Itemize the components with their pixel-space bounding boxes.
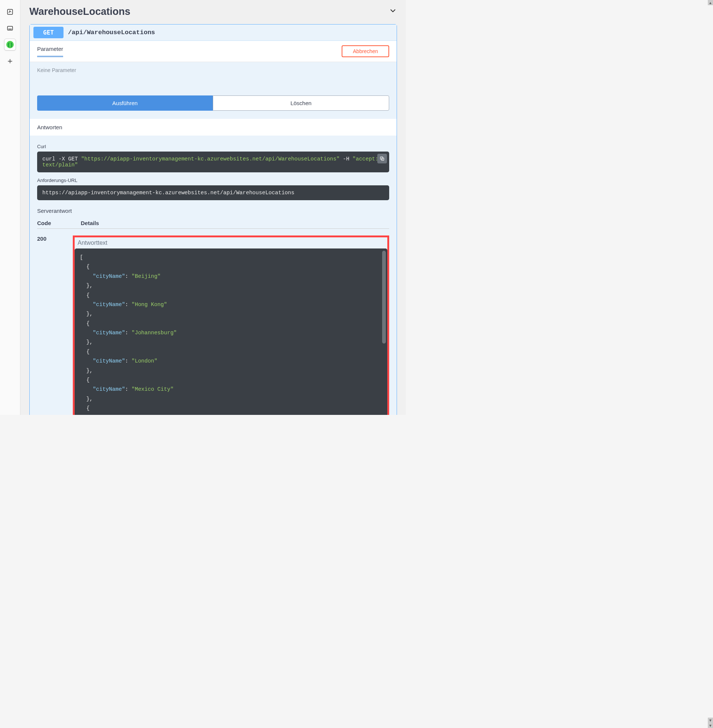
response-code: 200 (37, 236, 52, 242)
execute-button[interactable]: Ausführen (37, 95, 213, 111)
col-code: Code (37, 220, 51, 226)
server-response-label: Serverantwort (37, 207, 389, 214)
json-content: [ { "cityName": "Beijing" }, { "cityName… (80, 253, 382, 415)
parameters-tab[interactable]: Parameter (37, 46, 63, 57)
responses-body: Curl curl -X GET "https://apiapp-invento… (30, 136, 397, 415)
copy-curl-button[interactable] (377, 154, 387, 163)
rail-item-add[interactable]: ＋ (4, 55, 16, 67)
curl-label: Curl (37, 144, 389, 149)
highlighted-response-box: Antworttext [ { "cityName": "Beijing" },… (73, 236, 389, 415)
chevron-down-icon (389, 7, 397, 17)
action-button-row: Ausführen Löschen (37, 95, 389, 111)
request-url-text: https://apiapp-inventorymanagement-kc.az… (42, 190, 294, 196)
rail-item-explorer[interactable] (4, 6, 16, 18)
curl-flag: -H (340, 156, 353, 162)
json-scrollbar[interactable] (382, 251, 386, 343)
parameters-header: Parameter Abbrechen (30, 41, 397, 62)
side-rail: { } ＋ (0, 0, 21, 415)
response-body-label: Antworttext (75, 240, 387, 246)
cancel-button[interactable]: Abbrechen (342, 45, 389, 57)
no-parameters-text: Keine Parameter (37, 67, 389, 73)
endpoint-group-header[interactable]: WarehouseLocations (29, 6, 397, 18)
main-content: WarehouseLocations GET /api/WarehouseLoc… (21, 0, 406, 415)
endpoint-group-title: WarehouseLocations (29, 6, 130, 18)
request-url-codeblock: https://apiapp-inventorymanagement-kc.az… (37, 185, 389, 200)
response-body-json: [ { "cityName": "Beijing" }, { "cityName… (75, 249, 387, 415)
method-badge: GET (33, 27, 64, 38)
svg-point-3 (10, 29, 10, 29)
rail-item-console[interactable] (4, 22, 16, 34)
request-url-label: Anforderungs-URL (37, 178, 389, 183)
clear-button[interactable]: Löschen (213, 95, 389, 111)
curl-prefix: curl -X GET (42, 156, 81, 162)
operation-summary[interactable]: GET /api/WarehouseLocations (30, 24, 397, 41)
responses-header: Antworten (30, 119, 397, 136)
response-table-head: Code Details (37, 218, 389, 229)
svg-point-4 (11, 29, 11, 29)
svg-point-2 (9, 29, 9, 29)
parameters-body: Keine Parameter Ausführen Löschen (30, 62, 397, 119)
col-details: Details (81, 220, 99, 226)
api-badge-icon: { } (6, 41, 14, 48)
response-details: Antworttext [ { "cityName": "Beijing" },… (73, 236, 389, 415)
curl-url: "https://apiapp-inventorymanagement-kc.a… (81, 156, 339, 162)
curl-codeblock: curl -X GET "https://apiapp-inventoryman… (37, 152, 389, 172)
svg-rect-1 (7, 26, 13, 30)
svg-rect-0 (7, 9, 13, 15)
rail-item-api-active[interactable]: { } (4, 39, 16, 51)
operation-block: GET /api/WarehouseLocations Parameter Ab… (29, 24, 397, 415)
responses-label: Antworten (37, 124, 63, 130)
response-row: 200 Antworttext [ { "cityName": "Beijing… (37, 229, 389, 415)
operation-path: /api/WarehouseLocations (68, 29, 155, 36)
